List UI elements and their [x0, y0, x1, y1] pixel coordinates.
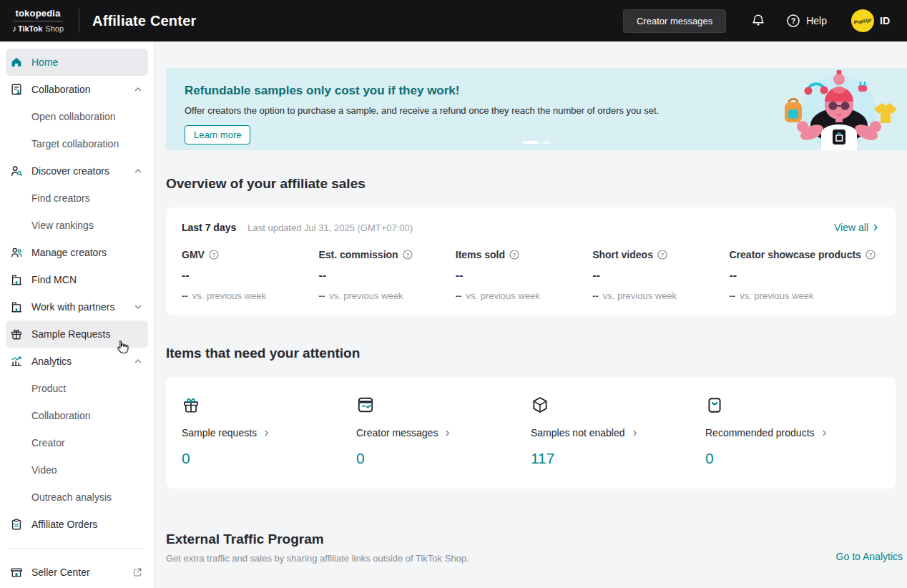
sidebar-item-find-mcn[interactable]: Find MCN: [6, 266, 148, 293]
attention-item-samples-not-enabled: Samples not enabled 117: [531, 396, 705, 467]
sidebar-item-affiliate-orders[interactable]: Affiliate Orders: [6, 511, 148, 538]
attention-item-recommended-products: Recommended products 0: [705, 396, 880, 467]
analytics-chart-icon: [10, 355, 23, 368]
sidebar-item-label: Outreach analysis: [31, 491, 142, 503]
question-circle-icon[interactable]: ?: [657, 250, 667, 260]
attention-heading: Items that need your attention: [166, 346, 907, 361]
last-updated-text: Last updated Jul 31, 2025 (GMT+07:00): [247, 222, 413, 233]
sidebar-item-target-collaboration[interactable]: Target collaboration: [6, 130, 148, 157]
view-all-label: View all: [834, 222, 868, 233]
tiktok-note-icon: ♪: [12, 24, 16, 34]
sidebar-item-label: Product: [31, 383, 142, 394]
period-selector[interactable]: Last 7 days: [182, 222, 236, 233]
sidebar-item-discover-creators[interactable]: Discover creators: [6, 157, 148, 185]
sidebar-item-label: View rankings: [31, 220, 142, 231]
notifications-bell-icon[interactable]: [750, 13, 766, 29]
metric-delta-suffix: vs. previous week: [192, 290, 266, 301]
metric-value: --: [592, 269, 729, 282]
carousel-dot-active[interactable]: [523, 141, 539, 144]
sidebar-item-outreach-analysis[interactable]: Outreach analysis: [6, 484, 148, 511]
metric-delta-suffix: vs. previous week: [740, 290, 813, 301]
cube-icon: [531, 404, 549, 416]
sidebar-item-label: Collaboration: [31, 84, 131, 95]
question-circle-icon[interactable]: ?: [866, 250, 876, 260]
go-to-analytics-link[interactable]: Go to Analytics: [836, 551, 903, 562]
overview-heading: Overview of your affiliate sales: [166, 176, 907, 192]
gift-icon: [182, 404, 200, 416]
sidebar-item-work-with-partners[interactable]: Work with partners: [6, 293, 148, 320]
overview-card: Last 7 days Last updated Jul 31, 2025 (G…: [166, 207, 896, 315]
svg-text:?: ?: [660, 252, 664, 258]
account-menu[interactable]: PopUp! ID: [851, 9, 890, 32]
external-traffic-description: Get extra traffic and sales by sharing a…: [166, 553, 836, 564]
attention-link-samples-not-enabled[interactable]: Samples not enabled: [531, 427, 705, 438]
sidebar-item-seller-center[interactable]: Seller Center: [6, 559, 148, 586]
sidebar-item-analytics[interactable]: Analytics: [6, 348, 148, 375]
help-menu[interactable]: ? Help: [786, 14, 827, 28]
chevron-down-icon: [134, 303, 142, 311]
metric-gmv: GMV ? -- --vs. previous week: [182, 249, 318, 301]
metric-delta-suffix: vs. previous week: [603, 290, 677, 301]
view-all-link[interactable]: View all: [834, 222, 880, 233]
svg-text:?: ?: [868, 252, 872, 258]
sidebar-item-analytics-collaboration[interactable]: Collaboration: [6, 402, 148, 429]
sidebar-item-label: Open collaboration: [31, 111, 142, 122]
attention-card: Sample requests 0 Creator messages: [166, 377, 896, 489]
sidebar-item-label: Work with partners: [31, 301, 131, 313]
question-circle-icon[interactable]: ?: [509, 250, 519, 260]
sidebar-item-analytics-creator[interactable]: Creator: [6, 429, 148, 456]
sidebar-item-analytics-video[interactable]: Video: [6, 456, 148, 484]
question-circle-icon[interactable]: ?: [403, 250, 413, 260]
sidebar-item-label: Creator: [31, 437, 142, 449]
sidebar-item-label: Find creators: [31, 192, 142, 204]
message-box-icon: [356, 404, 375, 416]
metric-delta: --: [318, 290, 325, 301]
sidebar-item-sample-requests[interactable]: Sample Requests: [6, 320, 148, 348]
sidebar-item-label: Seller Center: [31, 567, 129, 578]
chevron-up-icon: [134, 167, 142, 175]
attention-link-creator-messages[interactable]: Creator messages: [356, 427, 531, 438]
page-title: Affiliate Center: [92, 13, 196, 29]
metric-value: --: [318, 269, 455, 282]
metric-label: Items sold: [456, 249, 505, 260]
attention-value: 0: [182, 450, 356, 467]
tokopedia-tiktok-shop-logo: tokopedia ♪ TikTok Shop: [10, 8, 66, 34]
carousel-dot[interactable]: [543, 141, 550, 144]
sidebar-item-open-collaboration[interactable]: Open collaboration: [6, 103, 148, 130]
learn-more-button[interactable]: Learn more: [185, 125, 250, 144]
metric-creator-showcase-products: Creator showcase products ? -- --vs. pre…: [730, 249, 881, 301]
question-circle-icon[interactable]: ?: [209, 250, 219, 260]
metric-label: Short videos: [592, 249, 653, 260]
tiktok-logo-text: TikTok: [18, 24, 42, 33]
chevron-right-icon: [263, 429, 270, 437]
attention-value: 0: [356, 450, 531, 467]
metric-items-sold: Items sold ? -- --vs. previous week: [456, 249, 592, 301]
attention-label: Creator messages: [356, 427, 438, 438]
sidebar-item-collaboration[interactable]: Collaboration: [6, 76, 148, 103]
chevron-right-icon: [631, 429, 639, 437]
main-content: Refundable samples only cost you if they…: [155, 41, 907, 588]
sidebar-item-analytics-product[interactable]: Product: [6, 375, 148, 402]
region-label: ID: [880, 15, 890, 26]
metric-label: GMV: [182, 249, 205, 260]
collaboration-icon: [10, 83, 23, 96]
sidebar-item-find-creators[interactable]: Find creators: [6, 185, 148, 212]
attention-link-sample-requests[interactable]: Sample requests: [182, 427, 356, 438]
sidebar-item-label: Home: [31, 57, 142, 68]
chevron-up-icon: [134, 357, 142, 366]
creator-messages-button[interactable]: Creator messages: [623, 9, 726, 33]
sidebar-item-manage-creators[interactable]: Manage creators: [6, 239, 148, 266]
attention-link-recommended-products[interactable]: Recommended products: [705, 427, 880, 438]
sidebar-item-label: Collaboration: [31, 410, 142, 421]
sidebar-item-home[interactable]: Home: [6, 49, 148, 76]
metric-delta: --: [182, 290, 188, 301]
gift-icon: [10, 328, 23, 340]
sidebar-item-view-rankings[interactable]: View rankings: [6, 212, 148, 239]
tokopedia-logo: tokopedia: [15, 8, 60, 19]
external-traffic-section: External Traffic Program Get extra traff…: [166, 531, 903, 564]
external-traffic-heading: External Traffic Program: [166, 531, 836, 547]
metric-short-videos: Short videos ? -- --vs. previous week: [592, 249, 729, 301]
metric-delta: --: [456, 290, 462, 301]
metric-delta-suffix: vs. previous week: [466, 290, 539, 301]
clipboard-icon: [10, 518, 23, 531]
